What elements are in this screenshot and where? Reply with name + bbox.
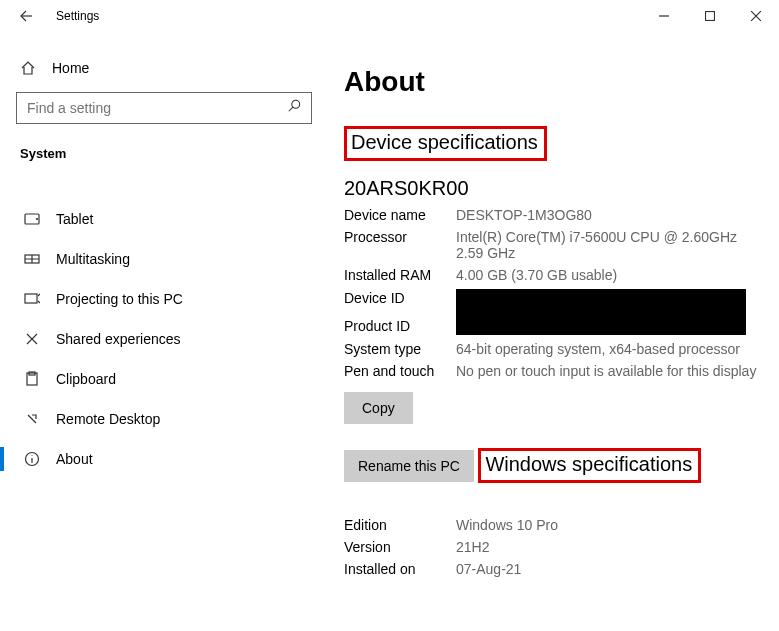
tablet-icon <box>24 211 40 227</box>
search-box[interactable] <box>16 92 312 124</box>
window-controls <box>641 0 779 32</box>
svg-rect-5 <box>25 294 37 303</box>
spec-label: Version <box>344 536 456 558</box>
sidebar-item-label: Shared experiences <box>56 331 181 347</box>
spec-label: Processor <box>344 226 456 264</box>
sidebar-section-system: System <box>16 142 312 179</box>
rename-pc-button[interactable]: Rename this PC <box>344 450 474 482</box>
svg-rect-0 <box>706 12 715 21</box>
sidebar-item-label: Multitasking <box>56 251 130 267</box>
sidebar: Home System Tablet Multitasking Projecti… <box>0 32 320 631</box>
spec-value: 07-Aug-21 <box>456 558 761 580</box>
spec-value: Windows 10 Pro <box>456 514 761 536</box>
spec-value: No pen or touch input is available for t… <box>456 360 761 382</box>
spec-value: 64-bit operating system, x64-based proce… <box>456 338 761 360</box>
search-input[interactable] <box>27 100 287 116</box>
sidebar-item-multitasking[interactable]: Multitasking <box>16 239 312 279</box>
sidebar-item-about[interactable]: About <box>16 439 312 479</box>
spec-label: System type <box>344 338 456 360</box>
copy-button[interactable]: Copy <box>344 392 413 424</box>
sidebar-item-clipboard[interactable]: Clipboard <box>16 359 312 399</box>
sidebar-home[interactable]: Home <box>16 52 312 92</box>
spec-label: Installed on <box>344 558 456 580</box>
svg-point-3 <box>37 219 38 220</box>
back-button[interactable] <box>8 0 40 32</box>
sidebar-home-label: Home <box>52 60 89 76</box>
content-area: About Device specifications 20ARS0KR00 D… <box>320 32 779 631</box>
spec-value: Intel(R) Core(TM) i7-5600U CPU @ 2.60GHz… <box>456 226 761 264</box>
sidebar-item-projecting[interactable]: Projecting to this PC <box>16 279 312 319</box>
sidebar-item-label: Projecting to this PC <box>56 291 183 307</box>
close-button[interactable] <box>733 0 779 32</box>
spec-value: 4.00 GB (3.70 GB usable) <box>456 264 761 286</box>
sidebar-item-label: Clipboard <box>56 371 116 387</box>
windows-spec-table: EditionWindows 10 Pro Version21H2 Instal… <box>344 514 761 580</box>
sidebar-item-remote[interactable]: Remote Desktop <box>16 399 312 439</box>
device-spec-heading: Device specifications <box>351 131 538 154</box>
remote-icon <box>24 411 40 427</box>
search-icon <box>287 99 301 117</box>
sidebar-item-tablet[interactable]: Tablet <box>16 199 312 239</box>
sidebar-item-label: Tablet <box>56 211 93 227</box>
app-title: Settings <box>56 9 99 23</box>
spec-label: Edition <box>344 514 456 536</box>
sidebar-item-label: About <box>56 451 93 467</box>
maximize-button[interactable] <box>687 0 733 32</box>
page-title: About <box>344 66 761 98</box>
spec-label: Product ID <box>344 312 456 338</box>
device-spec-highlight: Device specifications <box>344 126 547 161</box>
sidebar-item-label: Remote Desktop <box>56 411 160 427</box>
spec-value: DESKTOP-1M3OG80 <box>456 204 761 226</box>
device-spec-table: Device nameDESKTOP-1M3OG80 ProcessorInte… <box>344 204 761 382</box>
spec-value: 21H2 <box>456 536 761 558</box>
spec-label: Device ID <box>344 286 456 312</box>
redacted-ids <box>456 289 746 335</box>
projecting-icon <box>24 291 40 307</box>
multitasking-icon <box>24 251 40 267</box>
spec-label: Pen and touch <box>344 360 456 382</box>
windows-spec-highlight: Windows specifications <box>478 448 701 483</box>
sidebar-item-shared[interactable]: Shared experiences <box>16 319 312 359</box>
spec-label: Installed RAM <box>344 264 456 286</box>
shared-icon <box>24 331 40 347</box>
titlebar: Settings <box>0 0 779 32</box>
home-icon <box>20 60 36 76</box>
minimize-button[interactable] <box>641 0 687 32</box>
info-icon <box>24 451 40 467</box>
spec-label: Device name <box>344 204 456 226</box>
clipboard-icon <box>24 371 40 387</box>
device-model: 20ARS0KR00 <box>344 177 761 200</box>
windows-spec-heading: Windows specifications <box>485 453 692 476</box>
